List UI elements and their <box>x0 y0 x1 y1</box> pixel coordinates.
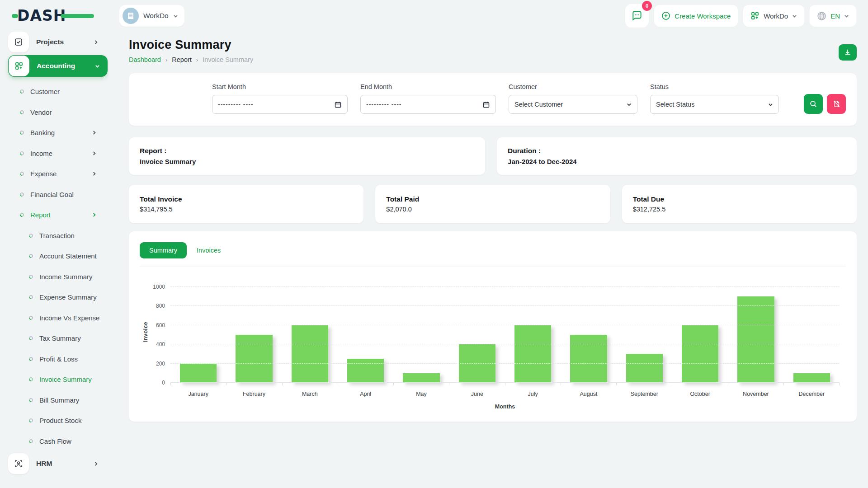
bar-may[interactable] <box>403 373 439 383</box>
customer-field: Customer Select Customer <box>509 83 637 114</box>
calendar-icon[interactable] <box>482 101 490 108</box>
language-selector[interactable]: EN <box>810 5 856 27</box>
workspace-selector[interactable]: WorkDo <box>119 5 184 27</box>
y-tick-0: 0 <box>162 380 165 386</box>
sidebar-item-transaction[interactable]: Transaction <box>8 225 108 246</box>
x-label-april: April <box>338 391 393 397</box>
x-label-october: October <box>672 391 728 397</box>
sidebar-item-account-statement[interactable]: Account Statement <box>8 246 108 267</box>
calendar-icon[interactable] <box>334 101 342 108</box>
workspace-name: WorkDo <box>143 12 169 20</box>
bar-november[interactable] <box>737 296 774 383</box>
sidebar-item-report[interactable]: Report <box>8 205 108 225</box>
bar-july[interactable] <box>514 325 551 383</box>
sidebar-item-cash-flow[interactable]: Cash Flow <box>8 431 108 452</box>
sidebar-item-label: Transaction <box>39 232 75 239</box>
circle-bullet-icon <box>28 376 34 382</box>
x-label-august: August <box>561 391 616 397</box>
start-month-field: Start Month --------- ---- <box>212 83 348 114</box>
x-tick <box>338 383 394 385</box>
sidebar-item-label: Profit & Loss <box>39 355 78 363</box>
circle-bullet-icon <box>28 438 34 444</box>
end-month-input[interactable]: --------- ---- <box>360 95 496 114</box>
workspace-switcher-label: WorkDo <box>764 12 788 20</box>
x-tick <box>784 383 840 385</box>
customer-select[interactable]: Select Customer <box>509 95 637 114</box>
sidebar-item-product-stock[interactable]: Product Stock <box>8 410 108 431</box>
x-label-december: December <box>784 391 840 397</box>
sidebar-item-customer[interactable]: Customer <box>8 81 108 102</box>
bar-march[interactable] <box>292 325 328 383</box>
report-value: Invoice Summary <box>140 158 474 165</box>
x-label-june: June <box>449 391 505 397</box>
breadcrumb-dashboard[interactable]: Dashboard <box>129 56 161 63</box>
hrm-icon-holder <box>8 453 29 474</box>
sidebar-item-hrm[interactable]: HRM <box>8 452 108 475</box>
chevron-down-icon <box>768 102 773 107</box>
circle-bullet-icon <box>28 356 34 362</box>
x-tick <box>505 383 561 385</box>
gridline-400 <box>170 344 840 344</box>
user-focus-icon <box>14 459 23 468</box>
breadcrumb-invoice-summary: Invoice Summary <box>203 56 253 63</box>
sidebar-item-tax-summary[interactable]: Tax Summary <box>8 328 108 349</box>
top-bar: DASH WorkDo 0 <box>0 0 868 32</box>
sidebar-item-profit-loss[interactable]: Profit & Loss <box>8 349 108 370</box>
sidebar-item-accounting[interactable]: Accounting <box>8 55 108 77</box>
tab-summary[interactable]: Summary <box>140 242 187 258</box>
sidebar-item-projects[interactable]: Projects <box>8 31 108 53</box>
download-icon <box>844 48 852 56</box>
sidebar-item-income-summary[interactable]: Income Summary <box>8 267 108 287</box>
gridline-200 <box>170 363 840 364</box>
chevron-wrap <box>94 460 99 468</box>
sidebar-item-banking[interactable]: Banking <box>8 122 108 143</box>
sidebar-item-label: Customer <box>30 88 60 95</box>
chart-card: Summary Invoices Invoice 020040060080010… <box>129 231 857 422</box>
bar-december[interactable] <box>793 373 830 383</box>
sidebar-item-income-vs-expense[interactable]: Income Vs Expense <box>8 308 108 328</box>
bar-october[interactable] <box>682 325 718 383</box>
bar-january[interactable] <box>180 364 217 383</box>
total-label: Total Paid <box>386 195 599 203</box>
circle-bullet-icon <box>28 418 34 423</box>
sidebar-item-label: Income Summary <box>39 273 93 281</box>
apply-filter-button[interactable] <box>804 94 823 114</box>
status-select[interactable]: Select Status <box>650 95 779 114</box>
reset-filter-button[interactable] <box>827 94 846 114</box>
messages-button[interactable]: 0 <box>625 4 649 28</box>
bar-february[interactable] <box>236 335 272 383</box>
chevron-right-icon <box>92 130 97 135</box>
bar-august[interactable] <box>570 335 607 383</box>
start-month-input[interactable]: --------- ---- <box>212 95 348 114</box>
invoice-chart: Invoice 02004006008001000 JanuaryFebruar… <box>140 287 846 410</box>
sidebar-item-vendor[interactable]: Vendor <box>8 102 108 123</box>
tab-invoices[interactable]: Invoices <box>193 242 224 258</box>
customer-label: Customer <box>509 83 637 90</box>
plus-circle-icon <box>661 11 670 20</box>
bar-september[interactable] <box>626 354 663 383</box>
chevron-right-icon <box>94 40 99 45</box>
workspace-switcher[interactable]: WorkDo <box>743 5 804 27</box>
create-workspace-button[interactable]: Create Workspace <box>654 5 738 27</box>
breadcrumb-separator: › <box>196 56 198 63</box>
circle-bullet-icon <box>28 233 34 239</box>
y-axis-labels: 02004006008001000 <box>149 287 170 383</box>
bar-april[interactable] <box>347 359 384 383</box>
breadcrumb-report[interactable]: Report <box>172 56 192 63</box>
sidebar-item-label: Bill Summary <box>39 396 79 404</box>
breadcrumb-separator: › <box>165 56 167 63</box>
sidebar-item-expense-summary[interactable]: Expense Summary <box>8 287 108 308</box>
sidebar-item-financial-goal[interactable]: Financial Goal <box>8 184 108 205</box>
sidebar-item-expense[interactable]: Expense <box>8 164 108 184</box>
title-row: Invoice Summary Dashboard›Report›Invoice… <box>129 38 857 63</box>
circle-bullet-icon <box>28 315 34 321</box>
sidebar-item-invoice-summary[interactable]: Invoice Summary <box>8 369 108 390</box>
x-tick <box>226 383 282 385</box>
start-month-placeholder: --------- ---- <box>218 101 254 108</box>
download-button[interactable] <box>839 44 857 61</box>
sidebar-item-income[interactable]: Income <box>8 143 108 164</box>
building-icon <box>126 11 135 20</box>
circle-bullet-icon <box>28 274 34 280</box>
sidebar-item-bill-summary[interactable]: Bill Summary <box>8 390 108 411</box>
app-logo[interactable]: DASH <box>17 7 94 25</box>
